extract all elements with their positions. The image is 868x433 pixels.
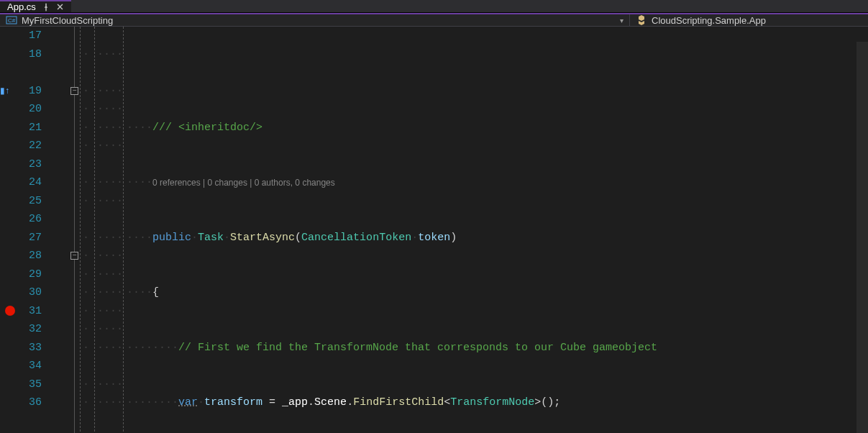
- code-line: ····/// <inheritdoc/>: [127, 119, 868, 137]
- line-number: 29: [29, 265, 59, 284]
- line-number: 26: [29, 210, 59, 229]
- close-icon[interactable]: [56, 3, 64, 11]
- line-number: 18: [29, 45, 59, 64]
- code-content[interactable]: ····/// <inheritdoc/> ····0 references |…: [124, 27, 868, 433]
- code-line: [127, 63, 868, 82]
- indent-guide: ········································…: [95, 27, 124, 433]
- glyph-margin[interactable]: ▮↑: [0, 27, 29, 433]
- codelens[interactable]: ····0 references | 0 changes | 0 authors…: [127, 173, 868, 192]
- class-icon: [636, 14, 647, 26]
- tab-app-cs[interactable]: App.cs: [0, 0, 71, 12]
- pin-icon[interactable]: [42, 3, 50, 12]
- vertical-scrollbar[interactable]: [856, 42, 868, 433]
- line-number: 25: [29, 192, 59, 211]
- breakpoint-icon[interactable]: [5, 306, 15, 316]
- tab-title: App.cs: [7, 1, 36, 12]
- line-number: 30: [29, 283, 59, 302]
- line-number: 19: [29, 82, 59, 101]
- nav-bar: C# MyFirstCloudScripting ▾ CloudScriptin…: [0, 13, 868, 27]
- nav-right-text: CloudScripting.Sample.App: [652, 15, 766, 26]
- line-number: 33: [29, 339, 59, 357]
- line-number: 31: [29, 302, 59, 321]
- line-number: 27: [29, 229, 59, 247]
- line-number: 34: [29, 357, 59, 375]
- code-line: ····public·Task·StartAsync(CancellationT…: [127, 229, 868, 247]
- line-number-gutter[interactable]: 17 18 19 20 21 22 23 24 25 26 27 28 29 3…: [29, 27, 68, 433]
- chevron-down-icon[interactable]: ▾: [620, 17, 623, 24]
- csharp-project-icon: C#: [6, 14, 17, 26]
- code-editor[interactable]: ▮↑ 17 18 19 20 21 22 23 24 25 26 27 28 2…: [0, 27, 868, 433]
- line-number: 36: [29, 393, 59, 412]
- change-indicator-icon: ▮↑: [0, 83, 9, 98]
- line-number: 28: [29, 247, 59, 265]
- line-number: 21: [29, 119, 59, 137]
- line-number: 20: [29, 100, 59, 119]
- line-number: 32: [29, 320, 59, 339]
- svg-text:C#: C#: [8, 17, 16, 24]
- line-number: 35: [29, 375, 59, 394]
- nav-scope-right[interactable]: CloudScripting.Sample.App: [629, 14, 772, 26]
- code-line: ········// First we find the TransformNo…: [127, 339, 868, 357]
- line-number: 23: [29, 155, 59, 174]
- code-line: ········var·transform = _app.Scene.FindF…: [127, 393, 868, 412]
- line-number: 17: [29, 27, 59, 45]
- indent-guide: ················: [81, 27, 95, 433]
- fold-gutter[interactable]: − −: [68, 27, 81, 433]
- line-number: 24: [29, 173, 59, 192]
- nav-left-text: MyFirstCloudScripting: [22, 15, 113, 26]
- tab-bar: App.cs: [0, 0, 868, 13]
- fold-toggle-icon[interactable]: −: [70, 252, 78, 260]
- code-line: ····{: [127, 283, 868, 302]
- nav-scope-left[interactable]: C# MyFirstCloudScripting ▾: [0, 14, 629, 26]
- line-number: 22: [29, 137, 59, 155]
- fold-toggle-icon[interactable]: −: [70, 87, 78, 95]
